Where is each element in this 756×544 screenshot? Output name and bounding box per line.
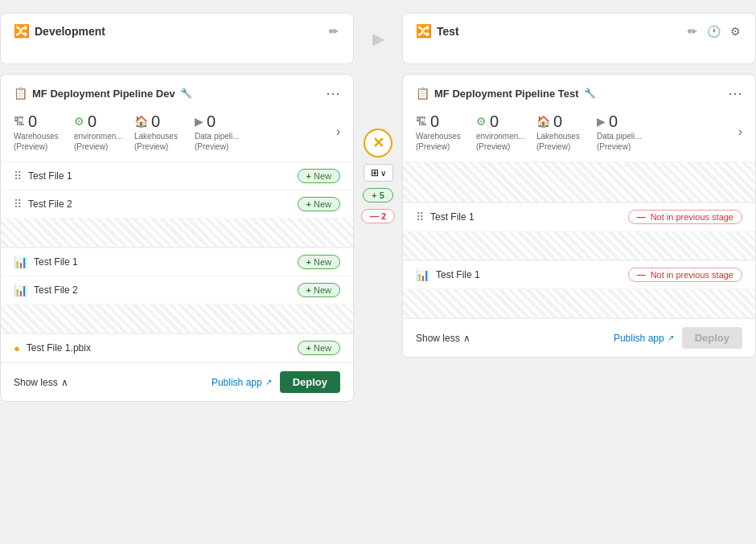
dev-deploy-btn[interactable]: Deploy [280, 371, 340, 393]
sync-icon: ✕ [372, 134, 384, 152]
test-edit-btn[interactable]: ✏ [686, 23, 699, 39]
dev-stat-lakehouses: 🏠 0 Lakehouses(Preview) [134, 112, 195, 152]
dev-publish-btn[interactable]: Publish app ↗ [212, 377, 272, 388]
test-stat-pipelines: ▶ 0 Data pipeli...(Preview) [597, 112, 657, 152]
test-settings-btn[interactable]: ⚙ [729, 23, 742, 39]
dev-show-less-label: Show less [14, 377, 58, 388]
dev-column: 📋 MF Deployment Pipeline Dev 🔧 ⋯ 🏗 0 War… [0, 74, 354, 402]
dev-file-4-icon: 📊 [14, 284, 27, 297]
dev-show-less-chevron: ∧ [61, 377, 68, 388]
test-stat-warehouses: 🏗 0 Warehouses(Preview) [416, 112, 476, 152]
dev-file-5-badge: New [298, 341, 340, 355]
test-publish-btn[interactable]: Publish app ↗ [614, 333, 674, 344]
dev-file-item-2: ⠿ Test File 2 New [1, 190, 353, 219]
dev-file-1-badge: New [298, 169, 340, 183]
top-middle-arrow: ▶ [354, 13, 402, 64]
test-deploy-btn: Deploy [682, 327, 742, 349]
dev-publish-external-icon: ↗ [265, 378, 272, 387]
dev-file-2-icon: ⠿ [14, 198, 22, 211]
test-file-2-badge: Not in previous stage [628, 268, 742, 282]
test-show-less-btn[interactable]: Show less ∧ [416, 333, 470, 344]
test-file-item-2: 📊 Test File 1 Not in previous stage [403, 261, 755, 289]
dev-footer-right: Publish app ↗ Deploy [212, 371, 340, 393]
dev-pipeline-title: 📋 MF Deployment Pipeline Dev 🔧 [14, 87, 192, 100]
dev-file-4-name: Test File 2 [34, 284, 78, 296]
dev-stats-row: 🏗 0 Warehouses(Preview) ⚙ 0 environmen..… [1, 108, 353, 162]
dev-file-2-name: Test File 2 [28, 198, 72, 210]
dev-hatched-1 [1, 219, 353, 247]
test-file-1-badge: Not in previous stage [628, 210, 742, 224]
dev-more-btn[interactable]: ⋯ [326, 84, 340, 102]
dev-edit-btn[interactable]: ✏ [327, 23, 340, 39]
dev-file-3-badge: New [298, 255, 340, 269]
test-file-2-icon: 📊 [416, 268, 429, 281]
test-stat-environments: ⚙ 0 environmen...(Preview) [476, 112, 536, 152]
dev-file-4-badge: New [298, 283, 340, 297]
test-pipeline-badge: 🔧 [584, 88, 596, 99]
test-file-1-name: Test File 1 [430, 211, 475, 223]
test-file-item-1: ⠿ Test File 1 Not in previous stage [403, 203, 755, 231]
test-show-less-chevron: ∧ [463, 333, 470, 344]
pipeline-icon-dev: 🔀 [14, 23, 30, 39]
test-publish-external-icon: ↗ [668, 333, 674, 342]
test-section-1 [403, 162, 755, 202]
test-footer-right: Publish app ↗ Deploy [614, 327, 742, 349]
test-pipeline-name-text: MF Deployment Pipeline Test [434, 88, 579, 100]
test-stats-chevron[interactable]: › [738, 125, 742, 139]
test-hatched-2 [403, 231, 755, 260]
dev-file-5-name: Test File 1.pbix [27, 342, 91, 354]
test-more-btn[interactable]: ⋯ [728, 84, 742, 102]
dev-file-1-icon: ⠿ [14, 170, 22, 182]
test-hatched-top [403, 162, 755, 202]
diff-remove-badge[interactable]: — 2 [361, 209, 395, 223]
dev-file-3-icon: 📊 [14, 256, 27, 268]
dev-stat-pipelines: ▶ 0 Data pipeli...(Preview) [195, 112, 255, 152]
dev-file-item-3: 📊 Test File 1 New [1, 248, 353, 276]
middle-controls: ✕ ⊞ ∨ + 5 — 2 [354, 74, 402, 223]
test-file-1-icon: ⠿ [416, 211, 424, 223]
test-publish-label: Publish app [614, 333, 664, 344]
dev-card-header: 📋 MF Deployment Pipeline Dev 🔧 ⋯ [1, 75, 353, 108]
dev-file-item-4: 📊 Test File 2 New [1, 276, 353, 305]
dev-pipeline-badge: 🔧 [180, 88, 192, 99]
dev-stat-environments: ⚙ 0 environmen...(Preview) [74, 112, 134, 152]
test-stats-row: 🏗 0 Warehouses(Preview) ⚙ 0 environmen..… [403, 108, 755, 162]
dev-section-2: 📊 Test File 1 New 📊 Test File 2 New [1, 247, 353, 333]
test-stage-actions: ✏ 🕐 ⚙ [686, 23, 742, 39]
compare-control[interactable]: ⊞ ∨ [364, 164, 393, 182]
dev-stat-warehouses: 🏗 0 Warehouses(Preview) [14, 112, 74, 152]
dev-stage-header: 🔀 Development ✏ [0, 13, 354, 64]
dev-title-text: Development [35, 25, 105, 38]
compare-btn[interactable]: ⊞ ∨ [364, 164, 393, 182]
dev-card-footer: Show less ∧ Publish app ↗ Deploy [1, 362, 353, 401]
test-title-text: Test [437, 25, 459, 38]
dev-stage-actions: ✏ [327, 23, 340, 39]
test-stage-title: 🔀 Test [416, 23, 459, 39]
test-show-less-label: Show less [416, 333, 460, 344]
dev-stats-chevron[interactable]: › [336, 125, 340, 139]
dev-publish-label: Publish app [212, 377, 262, 388]
dev-file-2-badge: New [298, 197, 340, 211]
test-card-header: 📋 MF Deployment Pipeline Test 🔧 ⋯ [403, 75, 755, 108]
test-section-2: ⠿ Test File 1 Not in previous stage [403, 202, 755, 260]
test-stat-lakehouses: 🏠 0 Lakehouses(Preview) [536, 112, 597, 152]
test-section-3: 📊 Test File 1 Not in previous stage [403, 260, 755, 318]
dev-pipeline-name-text: MF Deployment Pipeline Dev [32, 88, 175, 100]
test-file-2-name: Test File 1 [436, 269, 480, 280]
compare-icon: ⊞ [371, 167, 379, 178]
dev-file-5-icon: ● [14, 342, 20, 354]
dev-show-less-btn[interactable]: Show less ∧ [14, 377, 68, 388]
dev-file-1-name: Test File 1 [28, 170, 72, 182]
test-column: 📋 MF Deployment Pipeline Test 🔧 ⋯ 🏗 0 Wa… [402, 74, 756, 358]
sync-button[interactable]: ✕ [364, 129, 392, 157]
dev-file-item-5: ● Test File 1.pbix New [1, 334, 353, 362]
dev-file-3-name: Test File 1 [34, 256, 78, 268]
stage-arrow-icon: ▶ [372, 29, 384, 48]
dev-stage-title: 🔀 Development [14, 23, 105, 39]
diff-add-badge[interactable]: + 5 [363, 188, 393, 202]
dev-pipeline-icon: 📋 [14, 87, 27, 100]
compare-chevron: ∨ [380, 169, 386, 178]
dev-section-3: ● Test File 1.pbix New [1, 333, 353, 362]
test-history-btn[interactable]: 🕐 [705, 23, 722, 39]
test-pipeline-card: 📋 MF Deployment Pipeline Test 🔧 ⋯ 🏗 0 Wa… [402, 74, 756, 358]
